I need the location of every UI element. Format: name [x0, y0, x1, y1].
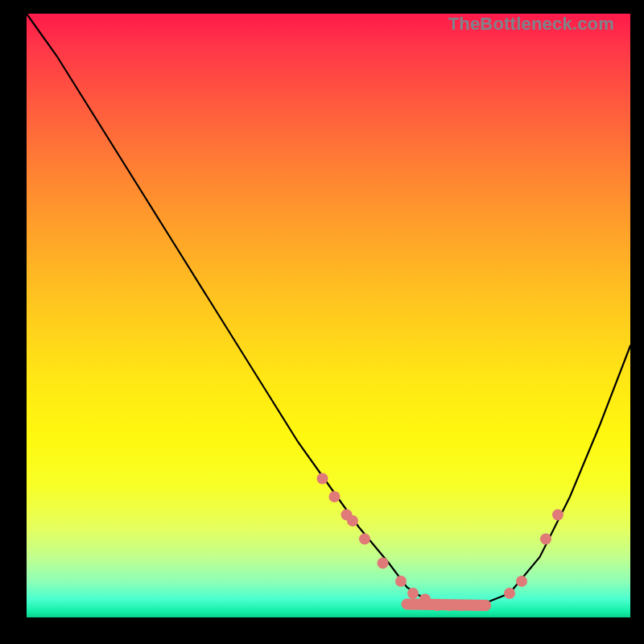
- svg-point-17: [540, 534, 551, 545]
- svg-point-2: [329, 491, 341, 502]
- highlight-dots: [317, 473, 564, 612]
- svg-point-7: [395, 576, 407, 587]
- svg-point-13: [468, 600, 479, 611]
- svg-point-8: [407, 588, 419, 599]
- svg-point-11: [444, 600, 455, 611]
- svg-point-4: [347, 515, 358, 526]
- svg-point-6: [378, 558, 389, 569]
- svg-point-1: [317, 473, 328, 485]
- svg-point-5: [359, 534, 370, 545]
- plot-area: TheBottleneck.com: [27, 14, 630, 617]
- svg-point-12: [456, 600, 467, 611]
- curve-layer: [27, 14, 630, 617]
- chart-frame: TheBottleneck.com: [0, 0, 644, 644]
- svg-point-15: [504, 588, 515, 599]
- svg-point-10: [431, 600, 443, 611]
- svg-point-9: [419, 594, 431, 605]
- svg-point-16: [516, 576, 527, 587]
- svg-point-14: [480, 600, 491, 611]
- svg-point-18: [552, 510, 564, 521]
- bottleneck-curve: [27, 14, 630, 605]
